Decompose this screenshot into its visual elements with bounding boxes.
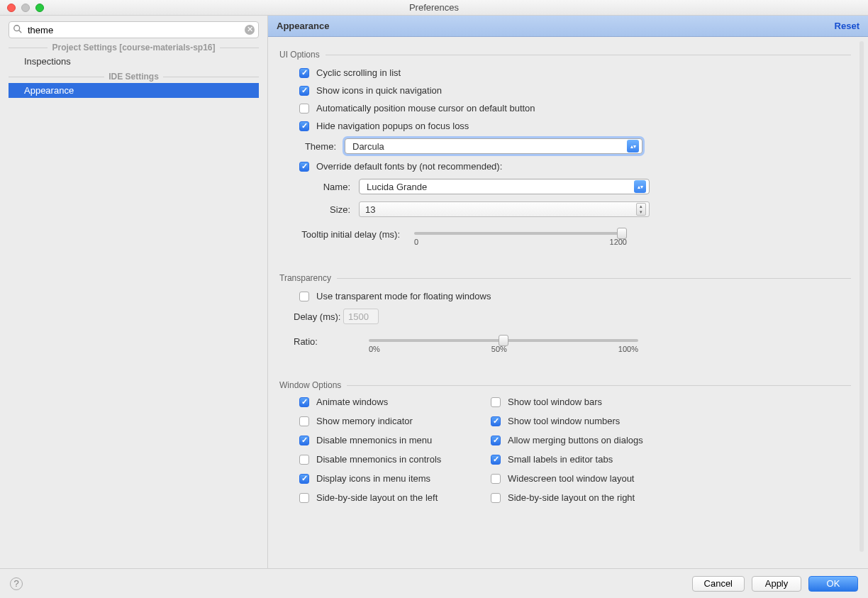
- slider-tick-max: 1200: [610, 238, 627, 246]
- display-icons-menu-label: Display icons in menu items: [316, 473, 430, 484]
- delay-label: Delay (ms):: [294, 311, 343, 322]
- svg-line-1: [19, 31, 22, 33]
- animate-windows-label: Animate windows: [316, 397, 388, 407]
- font-name-value: Lucida Grande: [367, 182, 427, 192]
- theme-select[interactable]: Darcula ▴▾: [345, 138, 642, 154]
- search-input[interactable]: [9, 21, 259, 38]
- disable-mnemonics-controls-label: Disable mnemonics in controls: [316, 454, 441, 465]
- cancel-button[interactable]: Cancel: [692, 576, 745, 592]
- slider-tick-100: 100%: [618, 345, 638, 353]
- side-by-side-left-label: Side-by-side layout on the left: [316, 492, 438, 503]
- sidebar-item-inspections[interactable]: Inspections: [9, 54, 259, 69]
- disable-mnemonics-menu-label: Disable mnemonics in menu: [316, 435, 432, 445]
- help-icon[interactable]: ?: [10, 577, 23, 590]
- widescreen-layout-label: Widescreen tool window layout: [508, 473, 634, 484]
- clear-search-icon[interactable]: ✕: [245, 25, 255, 35]
- show-tool-window-numbers-label: Show tool window numbers: [508, 416, 620, 426]
- content-header: Appearance Reset: [268, 16, 868, 37]
- show-memory-indicator-checkbox[interactable]: [299, 416, 309, 426]
- widescreen-layout-checkbox[interactable]: [491, 474, 501, 484]
- slider-tick-50: 50%: [491, 345, 507, 353]
- page-title: Appearance: [277, 21, 329, 31]
- titlebar: Preferences: [0, 0, 868, 16]
- search-icon: [13, 24, 23, 34]
- ui-options-title: UI Options: [279, 50, 851, 60]
- scrollbar[interactable]: [859, 41, 864, 552]
- show-icons-label: Show icons in quick navigation: [316, 85, 442, 96]
- slider-tick-0: 0%: [369, 345, 380, 353]
- small-labels-tabs-label: Small labels in editor tabs: [508, 454, 613, 465]
- use-transparent-checkbox[interactable]: [299, 292, 309, 301]
- close-window-button[interactable]: [7, 4, 16, 12]
- allow-merging-buttons-label: Allow merging buttons on dialogs: [508, 435, 643, 445]
- content-pane: Appearance Reset UI Options Cyclic scrol…: [268, 16, 868, 568]
- auto-cursor-checkbox[interactable]: [299, 104, 309, 113]
- cyclic-scrolling-label: Cyclic scrolling in list: [316, 67, 401, 78]
- transparency-title: Transparency: [279, 273, 851, 283]
- hide-nav-label: Hide navigation popups on focus loss: [316, 121, 469, 131]
- allow-merging-buttons-checkbox[interactable]: [491, 436, 501, 445]
- delay-input: 1500: [343, 309, 379, 324]
- reset-link[interactable]: Reset: [835, 21, 859, 31]
- window-title: Preferences: [409, 2, 459, 13]
- cyclic-scrolling-checkbox[interactable]: [299, 68, 309, 78]
- tooltip-delay-label: Tooltip initial delay (ms):: [294, 228, 400, 240]
- font-size-value: 13: [365, 204, 375, 215]
- theme-value: Darcula: [352, 141, 384, 152]
- disable-mnemonics-menu-checkbox[interactable]: [299, 436, 309, 445]
- search-box: ✕: [9, 21, 259, 38]
- minimize-window-button[interactable]: [21, 4, 30, 12]
- show-tool-window-numbers-checkbox[interactable]: [491, 416, 501, 426]
- font-size-input[interactable]: 13 ▴▾: [359, 201, 650, 217]
- spinner-icon[interactable]: ▴▾: [636, 203, 646, 216]
- dropdown-arrows-icon: ▴▾: [634, 180, 646, 193]
- show-memory-indicator-label: Show memory indicator: [316, 416, 413, 426]
- dropdown-arrows-icon: ▴▾: [627, 140, 639, 153]
- tooltip-delay-slider[interactable]: 0 1200: [414, 228, 627, 253]
- animate-windows-checkbox[interactable]: [299, 397, 309, 407]
- ratio-slider[interactable]: 0% 50% 100%: [369, 335, 638, 360]
- small-labels-tabs-checkbox[interactable]: [491, 455, 501, 465]
- window-options-grid: Animate windows Show tool window bars Sh…: [279, 394, 851, 505]
- font-name-label: Name:: [308, 182, 350, 192]
- sidebar-section-ide: IDE Settings: [9, 72, 259, 82]
- footer: ? Cancel Apply OK: [0, 568, 868, 598]
- maximize-window-button[interactable]: [35, 4, 44, 12]
- show-tool-window-bars-checkbox[interactable]: [491, 397, 501, 407]
- sidebar: ✕ Project Settings [course-materials-sp1…: [0, 16, 268, 568]
- disable-mnemonics-controls-checkbox[interactable]: [299, 455, 309, 465]
- override-fonts-label: Override default fonts by (not recommend…: [316, 161, 502, 172]
- show-tool-window-bars-label: Show tool window bars: [508, 397, 602, 407]
- side-by-side-right-label: Side-by-side layout on the right: [508, 492, 635, 503]
- show-icons-checkbox[interactable]: [299, 86, 309, 96]
- svg-point-0: [14, 26, 20, 31]
- theme-label: Theme:: [294, 141, 336, 152]
- sidebar-item-appearance[interactable]: Appearance: [9, 83, 259, 98]
- auto-cursor-label: Automatically position mouse cursor on d…: [316, 103, 535, 113]
- ratio-label: Ratio:: [294, 335, 343, 347]
- font-size-label: Size:: [308, 204, 350, 215]
- side-by-side-left-checkbox[interactable]: [299, 493, 309, 503]
- side-by-side-right-checkbox[interactable]: [491, 493, 501, 503]
- window-options-title: Window Options: [279, 380, 851, 390]
- font-name-select[interactable]: Lucida Grande ▴▾: [359, 179, 650, 194]
- apply-button[interactable]: Apply: [752, 576, 801, 592]
- sidebar-section-project: Project Settings [course-materials-sp16]: [9, 43, 259, 52]
- hide-nav-checkbox[interactable]: [299, 121, 309, 131]
- use-transparent-label: Use transparent mode for floating window…: [316, 291, 491, 301]
- ok-button[interactable]: OK: [808, 576, 858, 592]
- display-icons-menu-checkbox[interactable]: [299, 474, 309, 484]
- window-controls: [7, 4, 44, 12]
- override-fonts-checkbox[interactable]: [299, 162, 309, 172]
- slider-tick-min: 0: [414, 238, 418, 246]
